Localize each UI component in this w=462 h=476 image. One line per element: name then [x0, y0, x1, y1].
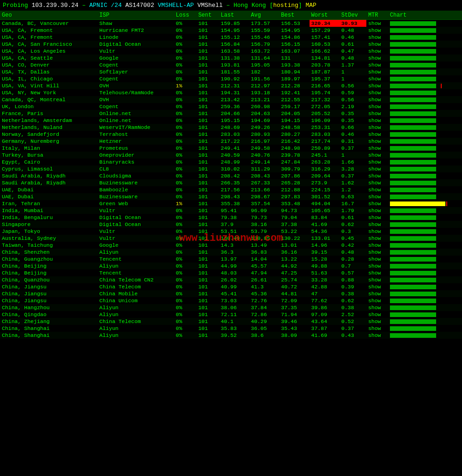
cell-sent: 101	[196, 138, 219, 145]
show-link[interactable]: show	[368, 207, 381, 214]
show-link[interactable]: show	[368, 124, 381, 130]
cell-mtr[interactable]: show	[366, 75, 388, 82]
show-link[interactable]: show	[368, 180, 381, 186]
cell-mtr[interactable]: show	[366, 117, 388, 124]
show-link[interactable]: show	[368, 145, 381, 151]
show-link[interactable]: show	[368, 138, 381, 144]
cell-mtr[interactable]: show	[366, 235, 388, 242]
show-link[interactable]: show	[368, 256, 381, 262]
show-link[interactable]: show	[368, 27, 381, 33]
cell-mtr[interactable]: show	[366, 221, 388, 228]
cell-mtr[interactable]: show	[366, 20, 388, 27]
show-link[interactable]: show	[368, 166, 381, 172]
show-link[interactable]: show	[368, 332, 381, 338]
show-link[interactable]: show	[368, 187, 381, 193]
cell-mtr[interactable]: show	[366, 283, 388, 290]
cell-mtr[interactable]: show	[366, 152, 388, 159]
cell-mtr[interactable]: show	[366, 297, 388, 304]
cell-mtr[interactable]: show	[366, 269, 388, 276]
show-link[interactable]: show	[368, 277, 381, 283]
show-link[interactable]: show	[368, 194, 381, 200]
show-link[interactable]: show	[368, 235, 381, 241]
show-link[interactable]: show	[368, 305, 381, 311]
cell-mtr[interactable]: show	[366, 249, 388, 256]
show-link[interactable]: show	[368, 228, 381, 234]
cell-mtr[interactable]: show	[366, 276, 388, 283]
show-link[interactable]: show	[368, 242, 381, 248]
cell-stdev: 0.61	[340, 41, 366, 48]
show-link[interactable]: show	[368, 201, 381, 207]
show-link[interactable]: show	[368, 325, 381, 331]
cell-mtr[interactable]: show	[366, 48, 388, 55]
cell-mtr[interactable]: show	[366, 34, 388, 41]
chart-bar	[390, 174, 436, 178]
show-link[interactable]: show	[368, 131, 381, 137]
cell-stdev: 0.48	[340, 55, 366, 61]
cell-mtr[interactable]: show	[366, 89, 388, 96]
cell-mtr[interactable]: show	[366, 207, 388, 214]
show-link[interactable]: show	[368, 83, 381, 89]
cell-mtr[interactable]: show	[366, 96, 388, 103]
cell-mtr[interactable]: show	[366, 41, 388, 48]
show-link[interactable]: show	[368, 20, 381, 26]
cell-sent: 101	[196, 221, 219, 228]
cell-mtr[interactable]: show	[366, 68, 388, 75]
show-link[interactable]: show	[368, 159, 381, 165]
cell-mtr[interactable]: show	[366, 256, 388, 262]
cell-mtr[interactable]: show	[366, 325, 388, 332]
cell-mtr[interactable]: show	[366, 145, 388, 152]
cell-mtr[interactable]: show	[366, 131, 388, 138]
cell-mtr[interactable]: show	[366, 318, 388, 325]
show-link[interactable]: show	[368, 41, 381, 47]
show-link[interactable]: show	[368, 284, 381, 290]
cell-mtr[interactable]: show	[366, 27, 388, 34]
show-link[interactable]: show	[368, 298, 381, 304]
show-link[interactable]: show	[368, 48, 381, 54]
show-link[interactable]: show	[368, 270, 381, 276]
show-link[interactable]: show	[368, 117, 381, 123]
cell-mtr[interactable]: show	[366, 165, 388, 172]
cell-mtr[interactable]: show	[366, 242, 388, 249]
cell-mtr[interactable]: show	[366, 200, 388, 207]
cell-mtr[interactable]: show	[366, 311, 388, 318]
cell-mtr[interactable]: show	[366, 61, 388, 68]
cell-mtr[interactable]: show	[366, 82, 388, 89]
show-link[interactable]: show	[368, 55, 381, 61]
cell-mtr[interactable]: show	[366, 228, 388, 235]
show-link[interactable]: show	[368, 311, 381, 317]
show-link[interactable]: show	[368, 249, 381, 255]
show-link[interactable]: show	[368, 104, 381, 110]
show-link[interactable]: show	[368, 62, 381, 68]
cell-mtr[interactable]: show	[366, 110, 388, 117]
show-link[interactable]: show	[368, 152, 381, 158]
cell-mtr[interactable]: show	[366, 159, 388, 165]
show-link[interactable]: show	[368, 263, 381, 269]
cell-mtr[interactable]: show	[366, 186, 388, 193]
show-link[interactable]: show	[368, 318, 381, 324]
cell-mtr[interactable]: show	[366, 172, 388, 179]
show-link[interactable]: show	[368, 90, 381, 96]
cell-mtr[interactable]: show	[366, 290, 388, 297]
map-label[interactable]: MAP	[305, 2, 316, 9]
cell-best: 309.79	[279, 165, 309, 172]
cell-mtr[interactable]: show	[366, 55, 388, 61]
show-link[interactable]: show	[368, 110, 381, 116]
cell-mtr[interactable]: show	[366, 103, 388, 110]
cell-mtr[interactable]: show	[366, 193, 388, 200]
cell-mtr[interactable]: show	[366, 214, 388, 221]
show-link[interactable]: show	[368, 69, 381, 75]
cell-worst: 273.9	[310, 179, 340, 186]
show-link[interactable]: show	[368, 34, 381, 40]
cell-mtr[interactable]: show	[366, 124, 388, 131]
cell-mtr[interactable]: show	[366, 262, 388, 269]
show-link[interactable]: show	[368, 97, 381, 103]
cell-mtr[interactable]: show	[366, 138, 388, 145]
cell-mtr[interactable]: show	[366, 332, 388, 339]
cell-mtr[interactable]: show	[366, 179, 388, 186]
show-link[interactable]: show	[368, 221, 381, 227]
cell-mtr[interactable]: show	[366, 304, 388, 311]
show-link[interactable]: show	[368, 173, 381, 179]
show-link[interactable]: show	[368, 291, 381, 297]
show-link[interactable]: show	[368, 214, 381, 220]
show-link[interactable]: show	[368, 76, 381, 82]
